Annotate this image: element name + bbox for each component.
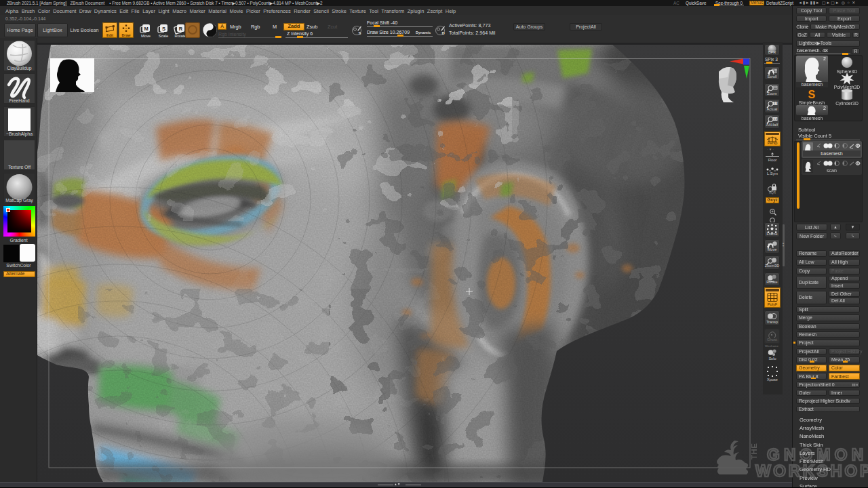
svg-text:Rotate: Rotate <box>174 34 186 38</box>
svg-text:Scale: Scale <box>159 34 169 38</box>
svg-text:THE: THE <box>750 443 758 460</box>
svg-text:S: S <box>162 26 165 32</box>
svg-text:Edit: Edit <box>106 33 113 37</box>
svg-text:Draw: Draw <box>122 33 132 37</box>
svg-text:S: S <box>359 31 361 35</box>
svg-text:1:2: 1:2 <box>774 117 778 121</box>
svg-text:Move: Move <box>141 34 151 38</box>
svg-text:R: R <box>179 26 183 32</box>
svg-text:Cylinder3D: Cylinder3D <box>835 101 859 106</box>
svg-text:D: D <box>442 31 446 35</box>
svg-text:S: S <box>808 89 816 100</box>
svg-text:M: M <box>144 26 148 32</box>
svg-text:1:1: 1:1 <box>774 102 778 105</box>
